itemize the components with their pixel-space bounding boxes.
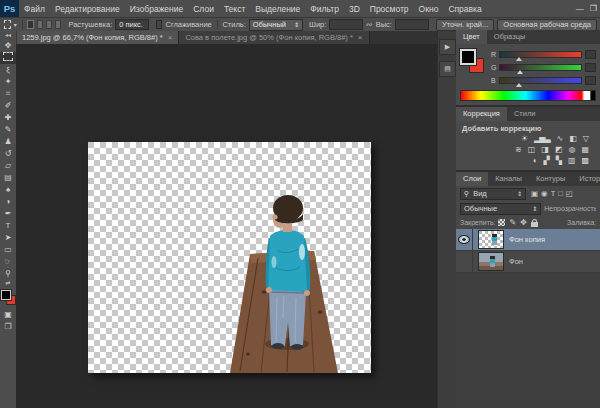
filter-pixel-layers-icon[interactable]: ▣	[531, 189, 538, 198]
close-icon[interactable]: ×	[168, 33, 173, 42]
visibility-cell[interactable]	[456, 229, 473, 250]
invert-icon[interactable]: ◐	[533, 156, 537, 165]
quick-mask-button[interactable]: ▣	[0, 309, 16, 321]
tab-color[interactable]: Цвет	[456, 30, 487, 44]
new-selection-mode-button[interactable]	[27, 20, 33, 29]
height-input[interactable]	[395, 19, 429, 30]
green-slider[interactable]	[499, 64, 582, 71]
healing-brush-tool[interactable]: ✚	[0, 112, 16, 124]
blur-tool[interactable]: ♠	[0, 184, 16, 196]
curves-icon[interactable]: ∿	[557, 134, 563, 143]
screen-mode-button[interactable]: ❐	[0, 321, 16, 333]
layer-thumbnail[interactable]	[478, 230, 504, 249]
link-dimensions-icon[interactable]: ∾	[366, 20, 372, 29]
menu-layers[interactable]: Слои	[188, 4, 219, 14]
filter-adjustment-layers-icon[interactable]: ◉	[541, 189, 548, 198]
swap-colors-icon[interactable]: ⇄	[5, 280, 10, 287]
eyedropper-tool[interactable]: ✐	[0, 100, 16, 112]
path-selection-tool[interactable]: ➤	[0, 232, 16, 244]
history-brush-tool[interactable]: ↺	[0, 148, 16, 160]
color-lookup-icon[interactable]: ▦	[581, 145, 588, 154]
marquee-tool-icon[interactable]	[4, 20, 11, 29]
color-balance-icon[interactable]: ◫	[528, 145, 535, 154]
feather-input[interactable]: 0 пикс.	[115, 19, 149, 30]
brightness-contrast-icon[interactable]: ☀	[521, 134, 527, 143]
width-input[interactable]	[329, 19, 363, 30]
intersect-selection-mode-button[interactable]	[55, 20, 61, 29]
pen-tool[interactable]: ✒	[0, 208, 16, 220]
red-slider[interactable]	[499, 51, 582, 58]
hand-tool[interactable]: ☞	[0, 256, 16, 268]
rectangular-marquee-tool[interactable]	[0, 52, 16, 64]
levels-icon[interactable]: ▂▅▃	[534, 134, 549, 143]
tool-preset-arrow-icon[interactable]: ▾	[14, 21, 17, 28]
tab-channels[interactable]: Каналы	[488, 172, 529, 186]
vibrance-icon[interactable]: ▽	[583, 134, 588, 143]
color-spectrum-ramp[interactable]	[460, 90, 596, 101]
menu-3d[interactable]: 3D	[344, 4, 365, 14]
lasso-tool[interactable]: ξ	[0, 64, 16, 76]
antialias-checkbox[interactable]	[156, 20, 162, 29]
lock-paint-icon[interactable]: ✎	[509, 218, 516, 227]
clone-stamp-tool[interactable]: ♟	[0, 136, 16, 148]
move-tool[interactable]: ✥	[0, 40, 16, 52]
shape-tool[interactable]: ▭	[0, 244, 16, 256]
red-slider-thumb[interactable]	[516, 57, 522, 61]
eraser-tool[interactable]: ▱	[0, 160, 16, 172]
subtract-selection-mode-button[interactable]	[46, 20, 52, 29]
refine-edge-button[interactable]: Уточн. край...	[436, 19, 494, 31]
actions-panel-icon[interactable]: ▶	[439, 39, 456, 55]
foreground-color-swatch[interactable]	[1, 290, 11, 300]
menu-type[interactable]: Текст	[219, 4, 250, 14]
crop-tool[interactable]: ⌗	[0, 88, 16, 100]
layer-filter-select[interactable]: ⚲ Вид ⇕	[460, 188, 526, 200]
restore-button[interactable]: ❐	[590, 4, 597, 13]
foreground-color-swatch[interactable]	[460, 49, 476, 65]
filter-smart-objects-icon[interactable]: ◰	[566, 189, 573, 198]
layer-row-fon-kopiya[interactable]: Фон копия	[456, 229, 600, 251]
tab-layers[interactable]: Слои	[456, 172, 488, 186]
visibility-cell-empty[interactable]	[456, 251, 473, 272]
exposure-icon[interactable]: ◧	[569, 134, 576, 143]
selective-color-icon[interactable]: ▩	[581, 156, 588, 165]
posterize-icon[interactable]: ▞	[544, 156, 549, 165]
menu-help[interactable]: Справка	[443, 4, 486, 14]
layer-row-fon[interactable]: Фон	[456, 251, 600, 273]
lock-position-icon[interactable]: ✥	[520, 218, 527, 227]
tab-paths[interactable]: Контуры	[529, 172, 572, 186]
filter-type-layers-icon[interactable]: T	[551, 189, 556, 198]
layer-name[interactable]: Фон копия	[509, 235, 545, 244]
menu-filter[interactable]: Фильтр	[305, 4, 344, 14]
workspace-button[interactable]: Основная рабочая среда	[497, 19, 597, 31]
blue-slider-thumb[interactable]	[516, 83, 522, 87]
green-slider-thumb[interactable]	[517, 70, 523, 74]
blend-mode-select[interactable]: Обычные ⇕	[460, 203, 541, 215]
red-value-field[interactable]	[585, 50, 596, 59]
filter-shape-layers-icon[interactable]: □	[558, 189, 563, 198]
lock-transparency-icon[interactable]	[498, 219, 505, 226]
lock-all-icon[interactable]	[531, 222, 538, 227]
channel-mixer-icon[interactable]: ◍	[568, 145, 574, 154]
style-select[interactable]: Обычный ⇕	[249, 19, 303, 31]
tab-swatches[interactable]: Образцы	[487, 30, 533, 44]
black-white-icon[interactable]: ◨	[541, 145, 548, 154]
menu-image[interactable]: Изображение	[125, 4, 189, 14]
menu-window[interactable]: Окно	[414, 4, 444, 14]
layer-name[interactable]: Фон	[509, 257, 523, 266]
dodge-tool[interactable]: ◑	[0, 196, 16, 208]
zoom-tool[interactable]: ⚲	[0, 268, 16, 280]
brush-tool[interactable]: ✎	[0, 124, 16, 136]
type-tool[interactable]: T	[0, 220, 16, 232]
tab-adjustments[interactable]: Коррекция	[456, 107, 507, 121]
document-tab-active[interactable]: 1259.jpg @ 66,7% (Фон копия, RGB/8#) * ×	[16, 31, 179, 44]
gradient-map-icon[interactable]: ▥	[568, 156, 575, 165]
menu-edit[interactable]: Редактирование	[50, 4, 125, 14]
green-value-field[interactable]	[585, 63, 596, 72]
menu-view[interactable]: Просмотр	[365, 4, 414, 14]
menu-file[interactable]: Файл	[19, 4, 50, 14]
document-tab-inactive[interactable]: Сова в полете.jpg @ 50% (Фон копия, RGB/…	[179, 31, 369, 44]
document-canvas[interactable]	[88, 142, 371, 373]
quick-selection-tool[interactable]: ✦	[0, 76, 16, 88]
canvas-area[interactable]	[16, 44, 437, 408]
properties-panel-icon[interactable]: ▤	[439, 61, 456, 77]
